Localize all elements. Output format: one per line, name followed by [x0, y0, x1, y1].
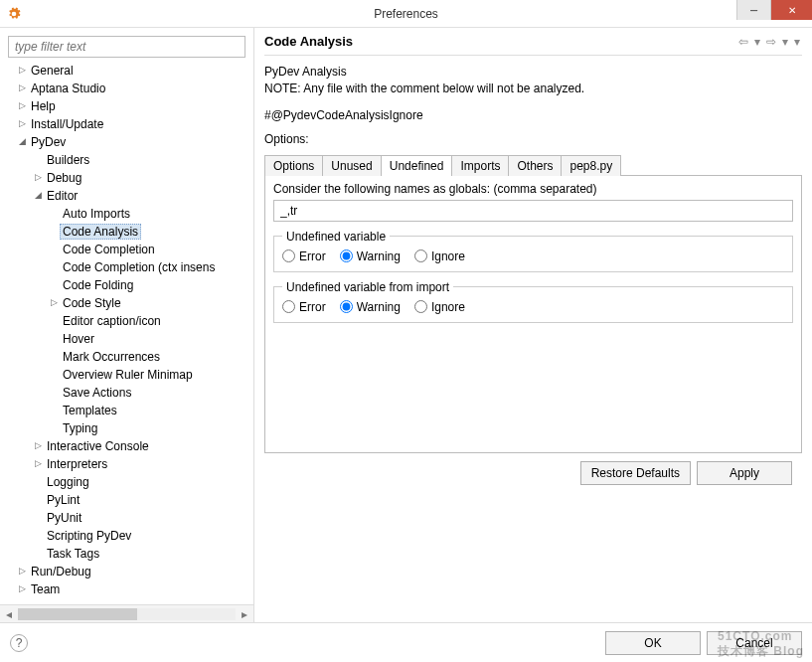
- tree-item-pylint[interactable]: PyLint: [4, 491, 253, 509]
- chevron-right-icon: ▷: [16, 100, 28, 110]
- tree-item-templates[interactable]: Templates: [4, 402, 253, 419]
- tree-item-interpreters[interactable]: ▷Interpreters: [4, 455, 253, 473]
- tree-item-code-folding[interactable]: Code Folding: [4, 276, 253, 294]
- tab-options[interactable]: Options: [264, 155, 323, 176]
- chevron-right-icon: ▷: [32, 440, 44, 450]
- ok-button[interactable]: OK: [605, 631, 701, 655]
- forward-icon[interactable]: ⇨: [764, 35, 778, 49]
- chevron-right-icon: ▷: [16, 566, 28, 576]
- chevron-right-icon: ▷: [32, 172, 44, 182]
- tree-item-save-actions[interactable]: Save Actions: [4, 384, 253, 402]
- scroll-left-icon[interactable]: ◂: [0, 607, 18, 621]
- forward-menu-icon[interactable]: ▾: [780, 35, 790, 49]
- chevron-right-icon: ▷: [16, 83, 28, 92]
- tab-imports[interactable]: Imports: [451, 155, 509, 176]
- tree-item-general[interactable]: ▷General: [4, 62, 253, 80]
- tree-item-editor-caption[interactable]: Editor caption/icon: [4, 312, 253, 330]
- tree-item-help[interactable]: ▷Help: [4, 97, 253, 115]
- chevron-right-icon: ▷: [16, 583, 28, 593]
- tree-item-overview-ruler[interactable]: Overview Ruler Minimap: [4, 366, 253, 384]
- tree-item-hover[interactable]: Hover: [4, 330, 253, 348]
- analysis-heading: PyDev Analysis: [264, 64, 802, 81]
- tab-pep8[interactable]: pep8.py: [561, 155, 621, 176]
- restore-defaults-button[interactable]: Restore Defaults: [580, 461, 691, 485]
- ignore-comment: #@PydevCodeAnalysisIgnore: [264, 108, 802, 122]
- undefined-variable-group: Undefined variable Error Warning Ignore: [273, 230, 793, 272]
- tree-item-editor[interactable]: ◢Editor: [4, 187, 253, 205]
- chevron-right-icon: ▷: [48, 297, 60, 307]
- chevron-right-icon: ▷: [16, 118, 28, 128]
- tree-item-code-style[interactable]: ▷Code Style: [4, 294, 253, 312]
- tree-item-pyunit[interactable]: PyUnit: [4, 509, 253, 527]
- chevron-right-icon: ▷: [16, 65, 28, 75]
- chevron-down-icon: ◢: [16, 136, 28, 146]
- tab-others[interactable]: Others: [508, 155, 562, 176]
- help-icon[interactable]: ?: [10, 634, 28, 652]
- undef-var-error[interactable]: Error: [282, 249, 326, 263]
- view-menu-icon[interactable]: ▾: [792, 35, 802, 49]
- tree-item-pydev[interactable]: ◢PyDev: [4, 133, 253, 151]
- back-menu-icon[interactable]: ▾: [752, 35, 762, 49]
- undef-var-ignore[interactable]: Ignore: [414, 249, 465, 263]
- tree-item-mark-occurrences[interactable]: Mark Occurrences: [4, 348, 253, 366]
- tree-item-install[interactable]: ▷Install/Update: [4, 115, 253, 133]
- close-button[interactable]: ✕: [770, 0, 812, 20]
- apply-button[interactable]: Apply: [697, 461, 792, 485]
- tree-item-code-completion[interactable]: Code Completion: [4, 241, 253, 258]
- undefined-variable-legend: Undefined variable: [282, 230, 390, 244]
- tree-item-task-tags[interactable]: Task Tags: [4, 545, 253, 563]
- window-title: Preferences: [374, 7, 438, 21]
- scroll-right-icon[interactable]: ▸: [236, 607, 253, 621]
- analysis-note: NOTE: Any file with the comment below wi…: [264, 81, 802, 97]
- tree-item-auto-imports[interactable]: Auto Imports: [4, 205, 253, 223]
- tree-item-debug[interactable]: ▷Debug: [4, 169, 253, 187]
- tree-item-team[interactable]: ▷Team: [4, 580, 253, 598]
- horizontal-scrollbar[interactable]: ◂ ▸: [0, 604, 253, 622]
- back-icon[interactable]: ⇦: [736, 35, 750, 49]
- options-label: Options:: [264, 132, 802, 146]
- gear-icon: [0, 7, 28, 21]
- undefined-import-legend: Undefined variable from import: [282, 280, 453, 294]
- undef-imp-warning[interactable]: Warning: [340, 300, 401, 314]
- tree-item-interactive-console[interactable]: ▷Interactive Console: [4, 437, 253, 455]
- tree-item-code-completion-ctx[interactable]: Code Completion (ctx insens: [4, 258, 253, 276]
- undefined-import-group: Undefined variable from import Error War…: [273, 280, 793, 323]
- tree-item-logging[interactable]: Logging: [4, 473, 253, 491]
- tree-item-builders[interactable]: Builders: [4, 151, 253, 169]
- globals-input[interactable]: [273, 200, 793, 222]
- tree-item-scripting[interactable]: Scripting PyDev: [4, 527, 253, 545]
- tab-undefined[interactable]: Undefined: [381, 155, 453, 176]
- undef-var-warning[interactable]: Warning: [340, 249, 401, 263]
- tree-item-run-debug[interactable]: ▷Run/Debug: [4, 563, 253, 580]
- undef-imp-error[interactable]: Error: [282, 300, 326, 314]
- undef-imp-ignore[interactable]: Ignore: [414, 300, 465, 314]
- page-title: Code Analysis: [264, 34, 736, 49]
- minimize-button[interactable]: ─: [736, 0, 770, 20]
- cancel-button[interactable]: Cancel: [707, 631, 802, 655]
- tab-unused[interactable]: Unused: [322, 155, 381, 176]
- tree-item-aptana[interactable]: ▷Aptana Studio: [4, 80, 253, 97]
- filter-input[interactable]: [8, 36, 245, 58]
- tree-item-code-analysis[interactable]: Code Analysis: [4, 223, 253, 241]
- chevron-down-icon: ◢: [32, 190, 44, 200]
- chevron-right-icon: ▷: [32, 458, 44, 468]
- tree-item-typing[interactable]: Typing: [4, 419, 253, 437]
- preferences-tree[interactable]: ▷General ▷Aptana Studio ▷Help ▷Install/U…: [0, 62, 253, 604]
- globals-label: Consider the following names as globals:…: [273, 182, 793, 196]
